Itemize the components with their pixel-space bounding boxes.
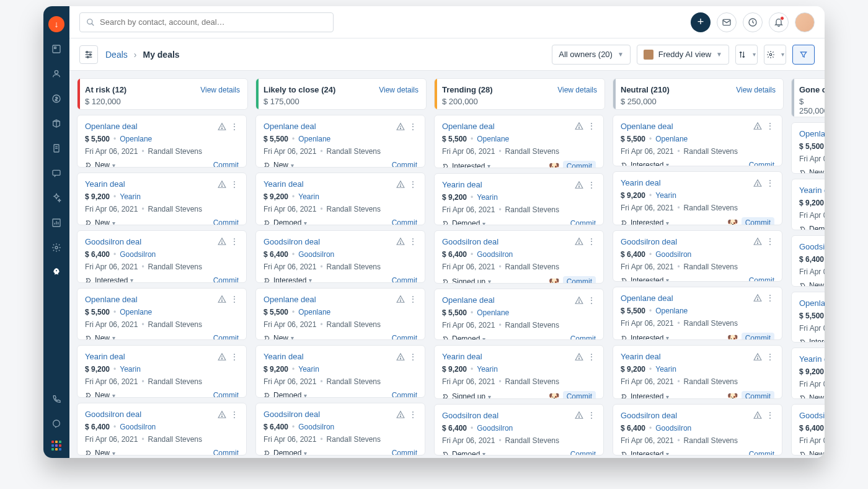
view-details-link[interactable]: View details: [557, 86, 597, 94]
deal-stage-selector[interactable]: Signed up▾: [442, 277, 491, 284]
deal-stage-selector[interactable]: Demoed▾: [264, 449, 307, 455]
add-button[interactable]: +: [691, 12, 711, 32]
deal-title[interactable]: Yearin deal: [85, 352, 125, 361]
commit-link[interactable]: Commit: [570, 450, 596, 455]
card-more-button[interactable]: ⋮: [766, 237, 774, 246]
nav-ai-icon[interactable]: [48, 190, 64, 206]
deal-card[interactable]: Goodsilron deal⋮$ 6,400•GoodsilronFri Ap…: [613, 230, 782, 282]
nav-reports-icon[interactable]: [48, 215, 64, 231]
deal-card[interactable]: Yearin deal$ 9,200Fri Apr 06, 2021Demoed…: [791, 179, 825, 230]
nav-deals-icon[interactable]: [48, 91, 64, 107]
deal-account-link[interactable]: Openlane: [655, 135, 688, 143]
view-details-link[interactable]: View details: [200, 86, 240, 94]
commit-link[interactable]: Commit: [749, 450, 774, 455]
commit-link[interactable]: Commit: [392, 391, 417, 398]
card-more-button[interactable]: ⋮: [587, 122, 596, 130]
card-more-button[interactable]: ⋮: [230, 237, 239, 246]
commit-link[interactable]: Commit: [742, 333, 774, 340]
view-toggle-button[interactable]: [79, 45, 98, 64]
deal-account-link[interactable]: Goodsilron: [298, 250, 334, 259]
view-details-link[interactable]: View details: [736, 86, 776, 94]
deal-stage-selector[interactable]: Demoed▾: [442, 450, 485, 455]
commit-link[interactable]: Commit: [213, 391, 239, 398]
deal-title[interactable]: Goodsilron deal: [799, 242, 825, 251]
card-more-button[interactable]: ⋮: [230, 295, 239, 303]
app-switcher-icon[interactable]: [51, 441, 61, 451]
deal-title[interactable]: Goodsilron deal: [621, 237, 677, 246]
commit-link[interactable]: Commit: [392, 161, 417, 168]
deal-stage-selector[interactable]: New▾: [264, 334, 294, 341]
deal-stage-selector[interactable]: Signed up▾: [442, 392, 491, 398]
deal-account-link[interactable]: Openlane: [477, 308, 509, 317]
deal-title[interactable]: Goodsilron deal: [85, 410, 141, 419]
nav-dashboard-icon[interactable]: [48, 41, 64, 57]
nav-rocket-icon[interactable]: [48, 264, 64, 280]
deal-account-link[interactable]: Openlane: [120, 308, 152, 316]
deal-stage-selector[interactable]: Demoed▾: [799, 225, 825, 230]
deal-title[interactable]: Openlane deal: [85, 295, 138, 304]
deal-stage-selector[interactable]: New▾: [85, 391, 115, 398]
commit-link[interactable]: Commit: [570, 334, 596, 340]
deal-title[interactable]: Openlane deal: [621, 122, 673, 131]
deal-stage-selector[interactable]: New▾: [85, 449, 115, 455]
deal-account-link[interactable]: Goodsilron: [298, 423, 334, 431]
nav-docs-icon[interactable]: [48, 140, 64, 156]
deal-card[interactable]: Goodsilron deal⋮$ 6,400•GoodsilronFri Ap…: [255, 230, 425, 283]
sort-button[interactable]: ▾: [735, 45, 758, 65]
deal-title[interactable]: Openlane deal: [442, 295, 495, 305]
card-more-button[interactable]: ⋮: [409, 295, 417, 303]
mail-button[interactable]: [717, 12, 737, 32]
card-more-button[interactable]: ⋮: [766, 294, 774, 302]
deal-stage-selector[interactable]: Interested▾: [621, 334, 669, 340]
card-more-button[interactable]: ⋮: [587, 296, 596, 305]
nav-chat-icon[interactable]: [48, 165, 64, 181]
card-more-button[interactable]: ⋮: [409, 180, 417, 189]
owners-filter[interactable]: All owners (20)▼: [552, 45, 631, 65]
deal-title[interactable]: Yearin deal: [264, 352, 304, 361]
deal-account-link[interactable]: Openlane: [298, 308, 330, 316]
deal-stage-selector[interactable]: New▾: [264, 161, 294, 168]
global-search[interactable]: [79, 12, 334, 32]
deal-card[interactable]: Goodsilron deal⋮$ 6,400•GoodsilronFri Ap…: [434, 404, 604, 455]
commit-link[interactable]: Commit: [213, 334, 239, 341]
commit-link[interactable]: Commit: [392, 334, 417, 341]
breadcrumb-root[interactable]: Deals: [105, 50, 128, 60]
card-more-button[interactable]: ⋮: [766, 411, 774, 419]
deal-account-link[interactable]: Yearin: [120, 365, 141, 374]
deal-stage-selector[interactable]: Demoed▾: [264, 391, 307, 398]
deal-title[interactable]: Goodsilron deal: [264, 237, 320, 246]
deal-card[interactable]: Openlane deal⋮$ 5,500•OpenlaneFri Apr 06…: [77, 115, 247, 168]
view-selector[interactable]: Freddy AI view▼: [637, 45, 729, 65]
card-more-button[interactable]: ⋮: [409, 352, 417, 361]
deal-account-link[interactable]: Goodsilron: [655, 250, 691, 259]
deal-title[interactable]: Goodsilron deal: [442, 237, 498, 246]
card-more-button[interactable]: ⋮: [409, 410, 417, 419]
card-more-button[interactable]: ⋮: [409, 237, 417, 246]
card-more-button[interactable]: ⋮: [587, 411, 596, 419]
commit-link[interactable]: Commit: [392, 449, 417, 455]
deal-account-link[interactable]: Goodsilron: [655, 424, 691, 433]
notifications-button[interactable]: [769, 12, 789, 32]
settings-button[interactable]: ▾: [764, 45, 786, 65]
deal-account-link[interactable]: Yearin: [120, 192, 141, 201]
deal-title[interactable]: Goodsilron deal: [799, 411, 825, 420]
commit-link[interactable]: Commit: [213, 161, 239, 168]
search-input[interactable]: [100, 17, 327, 27]
deal-card[interactable]: Openlane deal⋮$ 5,500•OpenlaneFri Apr 06…: [613, 287, 782, 340]
deal-card[interactable]: Yearin deal⋮$ 9,200•YearinFri Apr 06, 20…: [434, 173, 604, 225]
deal-title[interactable]: Yearin deal: [799, 354, 825, 364]
deal-card[interactable]: Yearin deal⋮$ 9,200•YearinFri Apr 06, 20…: [613, 171, 782, 225]
commit-link[interactable]: Commit: [749, 276, 774, 282]
card-more-button[interactable]: ⋮: [587, 352, 596, 361]
deal-card[interactable]: Yearin deal⋮$ 9,200•YearinFri Apr 06, 20…: [77, 173, 247, 225]
deal-stage-selector[interactable]: Interested▾: [621, 276, 669, 282]
deal-card[interactable]: Yearin deal⋮$ 9,200•YearinFri Apr 06, 20…: [434, 345, 604, 398]
deal-card[interactable]: Goodsilron deal⋮$ 6,400•GoodsilronFri Ap…: [77, 403, 247, 455]
deal-account-link[interactable]: Openlane: [477, 135, 509, 143]
commit-link[interactable]: Commit: [570, 219, 596, 225]
commit-link[interactable]: Commit: [213, 218, 239, 225]
deal-card[interactable]: Yearin deal⋮$ 9,200•YearinFri Apr 06, 20…: [613, 345, 782, 398]
deal-card[interactable]: Openlane deal$ 5,500Fri Apr 06, 2021Inte…: [791, 292, 825, 343]
view-details-link[interactable]: View details: [379, 86, 418, 94]
deal-card[interactable]: Openlane deal$ 5,500Fri Apr 06, 2021New▾: [791, 122, 825, 174]
